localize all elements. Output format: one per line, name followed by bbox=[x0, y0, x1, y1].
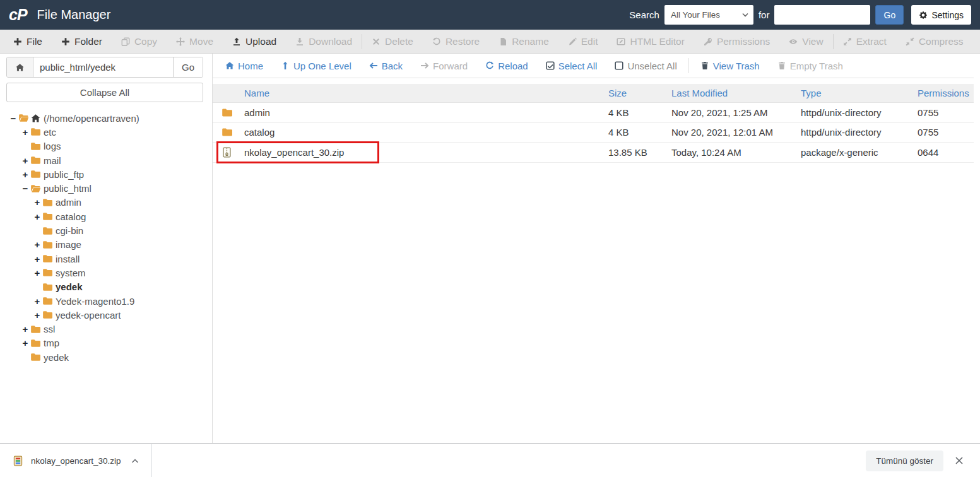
search-label: Search bbox=[629, 9, 659, 20]
column-header-permissions[interactable]: Permissions bbox=[914, 88, 974, 98]
collapse-icon[interactable]: − bbox=[9, 113, 18, 124]
cell-type: package/x-generic bbox=[797, 147, 914, 158]
expand-icon[interactable]: + bbox=[33, 197, 42, 208]
extract-icon bbox=[843, 37, 852, 46]
tree-item-yedek-opencart[interactable]: +yedek-opencart bbox=[0, 308, 212, 322]
filenav-item-reload[interactable]: Reload bbox=[476, 61, 537, 71]
cell-name: nkolay_opencart_30.zip bbox=[240, 147, 605, 158]
expand-icon[interactable]: + bbox=[33, 310, 42, 321]
column-header-name[interactable]: Name bbox=[240, 88, 605, 98]
downloads-divider bbox=[151, 444, 152, 477]
filenav-item-up-one-level[interactable]: Up One Level bbox=[272, 61, 360, 71]
filenav-item-view-trash[interactable]: View Trash bbox=[692, 61, 769, 71]
expand-icon[interactable]: + bbox=[21, 127, 30, 138]
expand-icon[interactable]: + bbox=[21, 338, 30, 348]
toolbar-item-label: Copy bbox=[134, 36, 157, 47]
tree-item-tmp[interactable]: +tmp bbox=[0, 336, 212, 350]
filenav-item-label: Empty Trash bbox=[790, 61, 843, 71]
toolbar-item-rename: Rename bbox=[489, 30, 558, 53]
expand-icon[interactable]: + bbox=[21, 169, 30, 180]
file-row-nkolay-opencart-30-zip[interactable]: nkolay_opencart_30.zip13.85 KBToday, 10:… bbox=[213, 143, 974, 163]
cell-modified: Nov 20, 2021, 1:25 AM bbox=[668, 107, 797, 118]
delete-icon bbox=[372, 37, 381, 46]
chevron-up-icon[interactable] bbox=[129, 456, 141, 466]
cell-modified: Today, 10:24 AM bbox=[668, 147, 797, 158]
home-icon bbox=[225, 61, 234, 70]
tree-item-label: ssl bbox=[44, 324, 55, 334]
search-go-button[interactable]: Go bbox=[875, 5, 904, 25]
tree-item-etc[interactable]: +etc bbox=[0, 125, 212, 139]
column-header-type[interactable]: Type bbox=[797, 88, 914, 98]
tree-item-logs[interactable]: logs bbox=[0, 139, 212, 153]
cell-size: 4 KB bbox=[605, 127, 668, 138]
file-icon bbox=[499, 37, 507, 46]
cell-name: admin bbox=[240, 107, 605, 118]
tree-item-label: admin bbox=[56, 197, 81, 208]
close-icon[interactable] bbox=[952, 454, 966, 468]
expand-icon[interactable]: + bbox=[33, 254, 42, 264]
tree-item-yedek[interactable]: yedek bbox=[0, 280, 212, 294]
tree-item-label: etc bbox=[44, 127, 56, 138]
up-arrow-icon bbox=[281, 61, 290, 70]
tree-item-label: image bbox=[56, 239, 81, 250]
folder-icon bbox=[42, 211, 53, 221]
tree-item-label: mail bbox=[44, 155, 61, 166]
tree-item-public-ftp[interactable]: +public_ftp bbox=[0, 167, 212, 181]
home-path-button[interactable] bbox=[7, 57, 33, 77]
tree-item-admin[interactable]: +admin bbox=[0, 196, 212, 209]
tree-item-mail[interactable]: +mail bbox=[0, 153, 212, 167]
column-header-last-modified[interactable]: Last Modified bbox=[668, 88, 797, 98]
folder-open-icon bbox=[30, 184, 41, 194]
filenav-item-back[interactable]: Back bbox=[360, 61, 411, 71]
tree-item-system[interactable]: +system bbox=[0, 266, 212, 280]
folder-icon bbox=[42, 226, 53, 236]
tree-item-cgi-bin[interactable]: cgi-bin bbox=[0, 223, 212, 237]
expand-icon[interactable]: + bbox=[21, 155, 30, 166]
toolbar-item-folder[interactable]: Folder bbox=[52, 30, 112, 53]
settings-button[interactable]: Settings bbox=[911, 5, 971, 25]
tree-item-ssl[interactable]: +ssl bbox=[0, 322, 212, 336]
toolbar-item-restore: Restore bbox=[423, 30, 489, 53]
filenav-item-label: Forward bbox=[433, 61, 468, 71]
toolbar-item-label: View bbox=[802, 36, 823, 47]
file-table: NameSizeLast ModifiedTypePermissions adm… bbox=[213, 84, 974, 163]
filenav-item-unselect-all[interactable]: Unselect All bbox=[606, 61, 685, 71]
folder-open-icon bbox=[18, 113, 29, 123]
arrow-left-icon bbox=[369, 61, 378, 70]
collapse-icon[interactable]: − bbox=[21, 183, 30, 194]
expand-icon[interactable]: + bbox=[33, 211, 42, 222]
download-item[interactable]: nkolay_opencart_30.zip bbox=[0, 444, 151, 477]
eye-icon bbox=[789, 37, 798, 46]
expand-icon[interactable]: + bbox=[21, 324, 30, 334]
path-input[interactable] bbox=[33, 57, 173, 77]
tree-item-home-opencartraven[interactable]: −(/home/opencartraven) bbox=[0, 111, 212, 125]
app-header: cP File Manager Search All Your Files fo… bbox=[0, 0, 980, 30]
expand-icon[interactable]: + bbox=[33, 268, 42, 278]
folder-icon bbox=[42, 296, 53, 306]
collapse-all-button[interactable]: Collapse All bbox=[6, 83, 203, 102]
tree-item-yedek[interactable]: yedek bbox=[0, 350, 212, 364]
tree-item-yedek-magento1-9[interactable]: +Yedek-magento1.9 bbox=[0, 294, 212, 308]
folder-icon bbox=[42, 254, 53, 264]
file-row-catalog[interactable]: catalog4 KBNov 20, 2021, 12:01 AMhttpd/u… bbox=[213, 123, 974, 143]
path-go-button[interactable]: Go bbox=[173, 57, 203, 77]
tree-item-image[interactable]: +image bbox=[0, 238, 212, 252]
expand-icon[interactable]: + bbox=[33, 296, 42, 307]
filenav-item-home[interactable]: Home bbox=[216, 61, 272, 71]
folder-icon bbox=[30, 141, 41, 151]
tree-item-install[interactable]: +install bbox=[0, 252, 212, 266]
tree-item-public-html[interactable]: −public_html bbox=[0, 181, 212, 195]
directory-tree: −(/home/opencartraven)+etclogs+mail+publ… bbox=[0, 111, 212, 364]
toolbar-item-file[interactable]: File bbox=[4, 30, 52, 53]
search-scope-select[interactable]: All Your Files bbox=[664, 5, 753, 25]
toolbar-item-upload[interactable]: Upload bbox=[223, 30, 286, 53]
column-header-size[interactable]: Size bbox=[605, 88, 668, 98]
toolbar-item-copy: Copy bbox=[112, 30, 167, 53]
tree-item-catalog[interactable]: +catalog bbox=[0, 209, 212, 223]
filenav-item-select-all[interactable]: Select All bbox=[537, 61, 606, 71]
file-row-admin[interactable]: admin4 KBNov 20, 2021, 1:25 AMhttpd/unix… bbox=[213, 103, 974, 123]
search-input[interactable] bbox=[774, 5, 870, 25]
expand-icon[interactable]: + bbox=[33, 239, 42, 250]
show-all-downloads-button[interactable]: Tümünü göster bbox=[866, 450, 943, 471]
toolbar-item-label: Permissions bbox=[717, 36, 770, 47]
